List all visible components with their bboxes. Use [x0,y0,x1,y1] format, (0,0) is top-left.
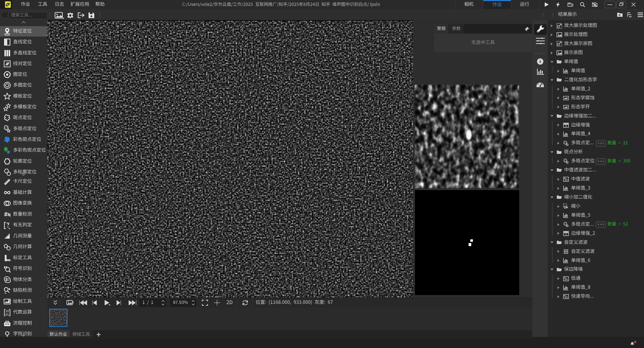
svg-text:01: 01 [6,313,9,316]
